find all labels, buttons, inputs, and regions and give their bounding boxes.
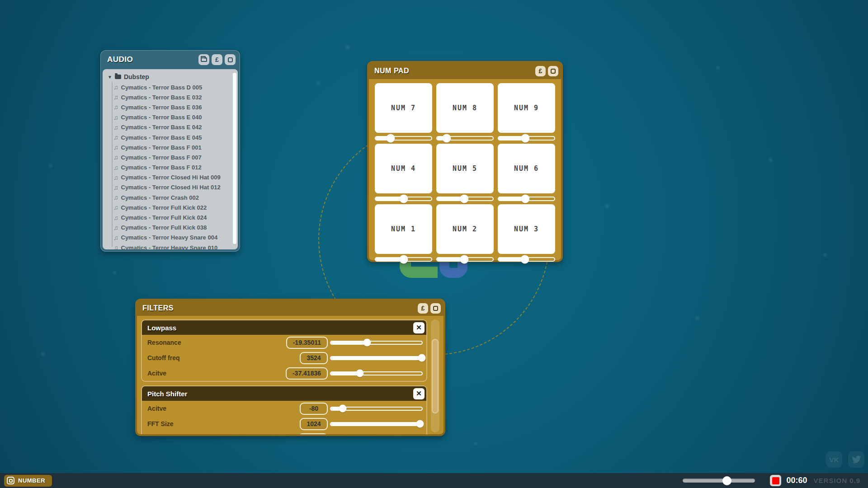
music-note-icon: ♫ [113,235,118,241]
pad-slider-num-8[interactable] [436,136,494,141]
music-note-icon: ♫ [113,215,118,221]
param-value-field[interactable]: 1024 [300,418,328,430]
slider-thumb[interactable] [460,195,469,203]
audio-file-name: Cymatics - Terror Bass E 032 [121,94,202,101]
audio-file-item[interactable]: ♫Cymatics - Terror Bass E 042 [103,122,238,132]
audio-file-item[interactable]: ♫Cymatics - Terror Bass F 007 [103,152,238,162]
audio-file-item[interactable]: ♫Cymatics - Terror Bass E 045 [103,132,238,142]
param-value-field[interactable]: 3524 [300,352,328,364]
filters-panel-header[interactable]: FILTERS £ [137,300,443,316]
close-icon[interactable]: ✕ [413,388,425,399]
audio-file-item[interactable]: ♫Cymatics - Terror Heavy Snare 010 [103,243,238,249]
audio-file-item[interactable]: ♫Cymatics - Terror Crash 002 [103,192,238,202]
pound-icon[interactable]: £ [535,66,546,76]
filter-section-pitch-shifter: Pitch Shifter ✕ Acitve -80 FFT Size 1024… [141,385,427,434]
pad-label: NUM 3 [514,225,539,233]
audio-file-item[interactable]: ♫Cymatics - Terror Heavy Snare 004 [103,233,238,243]
pound-icon[interactable]: £ [212,54,222,65]
slider-thumb[interactable] [416,420,424,428]
audio-file-item[interactable]: ♫Cymatics - Terror Bass E 036 [103,102,238,112]
slider-thumb[interactable] [387,134,395,143]
slider-thumb[interactable] [399,255,408,264]
audio-file-item[interactable]: ♫Cymatics - Terror Bass E 032 [103,92,238,102]
slider-thumb[interactable] [722,476,731,485]
audio-file-item[interactable]: ♫Cymatics - Terror Closed Hi Hat 012 [103,183,238,192]
slider-thumb[interactable] [418,354,426,362]
tree-folder-dubstep[interactable]: ▼ Dubstep [103,71,238,82]
param-slider[interactable] [330,341,423,345]
filter-section-header[interactable]: Lowpass ✕ [142,320,426,335]
slider-thumb[interactable] [460,255,469,264]
music-note-icon: ♫ [113,154,118,160]
close-icon[interactable]: ✕ [413,322,425,333]
numpad-panel: NUM PAD £ NUM 7 NUM 8 NUM 9 NUM 4 NUM 5 … [367,61,563,262]
pad-num-5[interactable]: NUM 5 [436,144,494,193]
pad-num-8[interactable]: NUM 8 [436,83,494,133]
master-volume-slider[interactable] [683,479,755,483]
param-value-field[interactable]: -37.41836 [286,367,328,380]
audio-file-item[interactable]: ♫Cymatics - Terror Full Kick 038 [103,223,238,233]
audio-file-item[interactable]: ♫Cymatics - Terror Full Kick 024 [103,212,238,222]
audio-file-item[interactable]: ♫Cymatics - Terror Bass F 001 [103,142,238,152]
audio-file-item[interactable]: ♫Cymatics - Terror Bass F 012 [103,163,238,173]
pad-num-1[interactable]: NUM 1 [375,204,432,254]
filter-section-title: Lowpass [147,324,176,332]
vk-icon[interactable]: VK [826,451,842,468]
square-icon[interactable] [548,66,558,76]
param-slider[interactable] [330,356,423,360]
chevron-expanded-icon[interactable]: ▼ [108,75,112,80]
filters-panel-title: FILTERS [142,304,174,312]
param-value-field[interactable]: 1.267 [298,433,328,435]
pad-num-4[interactable]: NUM 4 [375,144,432,193]
slider-thumb[interactable] [339,405,347,413]
square-icon[interactable] [225,54,236,65]
pad-slider-num-1[interactable] [375,257,432,262]
param-slider[interactable] [330,407,423,411]
audio-file-list: ▼ Dubstep ♫Cymatics - Terror Bass D 005 … [103,69,238,249]
param-value-field[interactable]: -80 [300,403,328,415]
slider-thumb[interactable] [521,134,530,143]
pad-slider-num-9[interactable] [498,136,555,141]
audio-list-scrollbar[interactable] [233,73,236,244]
filter-section-header[interactable]: Pitch Shifter ✕ [142,386,426,401]
pad-slider-num-2[interactable] [436,257,494,262]
pad-num-2[interactable]: NUM 2 [436,204,494,254]
pad-label: NUM 4 [391,164,416,173]
slider-thumb[interactable] [363,339,371,347]
slider-thumb[interactable] [521,195,530,203]
pad-slider-num-3[interactable] [498,257,555,262]
twitter-icon[interactable] [848,451,864,468]
slider-thumb[interactable] [442,134,451,143]
audio-file-item[interactable]: ♫Cymatics - Terror Closed Hi Hat 009 [103,173,238,183]
pad-slider-num-5[interactable] [436,197,494,201]
pad-num-6[interactable]: NUM 6 [498,144,555,193]
audio-panel-header[interactable]: AUDIO £ [101,51,240,69]
folder-icon[interactable] [198,54,209,65]
record-square-icon [772,477,779,484]
music-note-icon: ♫ [113,225,118,231]
slider-thumb[interactable] [356,370,364,377]
param-value-field[interactable]: -19.35011 [286,337,328,349]
slider-thumb[interactable] [399,195,408,203]
slider-thumb[interactable] [520,255,529,264]
pad-num-9[interactable]: NUM 9 [498,83,555,133]
pad-slider-num-4[interactable] [375,197,432,201]
audio-file-name: Cymatics - Terror Bass E 045 [121,134,202,141]
record-button[interactable] [770,475,781,486]
param-slider[interactable] [330,422,423,426]
pad-slider-num-7[interactable] [375,136,432,141]
audio-file-name: Cymatics - Terror Bass F 012 [121,164,202,171]
audio-file-item[interactable]: ♫Cymatics - Terror Full Kick 022 [103,202,238,212]
number-mode-button[interactable]: NUMBER [4,475,52,487]
audio-file-item[interactable]: ♫Cymatics - Terror Bass D 005 [103,82,238,92]
audio-file-item[interactable]: ♫Cymatics - Terror Bass E 040 [103,113,238,122]
pad-label: NUM 8 [453,104,477,112]
pound-icon[interactable]: £ [418,303,428,314]
param-slider[interactable] [330,371,423,375]
pad-num-7[interactable]: NUM 7 [375,83,432,133]
square-icon[interactable] [430,303,441,314]
pad-slider-num-6[interactable] [498,197,555,201]
pad-label: NUM 7 [391,104,416,112]
pad-num-3[interactable]: NUM 3 [498,204,555,254]
numpad-panel-header[interactable]: NUM PAD £ [369,63,561,79]
